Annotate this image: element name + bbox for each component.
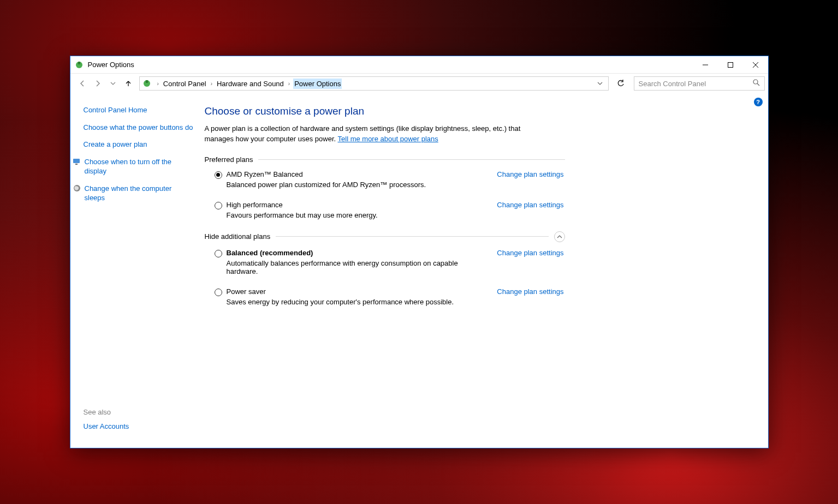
plan-name[interactable]: AMD Ryzen™ Balanced (227, 170, 486, 178)
window-controls (693, 56, 768, 74)
plan-radio[interactable] (215, 289, 222, 296)
chevron-right-icon: › (285, 81, 293, 87)
sidebar-link[interactable]: Create a power plan (84, 140, 194, 149)
sidebar-link[interactable]: Choose when to turn off the display (84, 157, 194, 176)
breadcrumb-item[interactable]: Control Panel (162, 79, 207, 89)
back-button[interactable] (76, 77, 89, 90)
change-plan-settings-link[interactable]: Change plan settings (497, 249, 563, 257)
change-plan-settings-link[interactable]: Change plan settings (497, 170, 563, 178)
chevron-right-icon: › (154, 81, 162, 87)
plan-description: Balanced power plan customized for AMD R… (227, 181, 486, 189)
plan-radio[interactable] (215, 171, 222, 179)
plan-description: Saves energy by reducing your computer's… (227, 298, 486, 306)
see-also-heading: See also (84, 408, 194, 416)
sidebar-home-link[interactable]: Control Panel Home (84, 105, 194, 115)
plan-name[interactable]: Balanced (recommended) (227, 249, 486, 257)
sidebar: Control Panel Home Choose what the power… (70, 93, 201, 448)
breadcrumb-item[interactable]: Power Options (293, 79, 342, 89)
plan-description: Favours performance but may use more ene… (227, 211, 486, 219)
svg-point-8 (753, 80, 758, 84)
display-icon (73, 157, 81, 166)
body: ? Control Panel Home Choose what the pow… (70, 93, 768, 448)
minimize-button[interactable] (693, 56, 718, 74)
chevron-up-icon[interactable] (554, 231, 565, 242)
power-plan-row: Power saverSaves energy by reducing your… (215, 287, 564, 306)
plan-description: Automatically balances performance with … (227, 259, 486, 275)
search-box[interactable] (634, 76, 765, 91)
intro-link[interactable]: Tell me more about power plans (338, 135, 438, 143)
svg-rect-3 (728, 62, 733, 67)
svg-rect-1 (78, 62, 80, 64)
change-plan-settings-link[interactable]: Change plan settings (497, 287, 563, 296)
recent-dropdown[interactable] (106, 77, 120, 90)
sleep-icon (73, 184, 81, 193)
battery-icon (142, 79, 152, 88)
preferred-plans-heading: Preferred plans (205, 155, 565, 164)
power-plan-row: Balanced (recommended)Automatically bala… (215, 249, 564, 275)
power-options-icon (75, 61, 84, 69)
titlebar: Power Options (70, 56, 768, 74)
svg-rect-7 (146, 80, 148, 83)
plan-radio[interactable] (215, 202, 222, 209)
power-plan-row: High performanceFavours performance but … (215, 201, 564, 219)
divider (258, 159, 564, 160)
refresh-button[interactable] (613, 77, 628, 90)
plan-name[interactable]: Power saver (227, 287, 486, 296)
main-content: Choose or customise a power plan A power… (201, 93, 768, 448)
sidebar-link-label: Change when the computer sleeps (85, 184, 194, 203)
svg-rect-11 (75, 164, 78, 165)
chevron-right-icon: › (207, 81, 216, 87)
sidebar-see-also-link[interactable]: User Accounts (84, 422, 194, 431)
plan-radio[interactable] (215, 250, 222, 257)
address-bar[interactable]: › Control Panel › Hardware and Sound › P… (139, 76, 609, 91)
up-button[interactable] (122, 77, 135, 90)
section-label: Preferred plans (205, 155, 253, 164)
intro-text: A power plan is a collection of hardware… (205, 124, 538, 145)
forward-button[interactable] (91, 77, 104, 90)
page-heading: Choose or customise a power plan (205, 105, 746, 117)
sidebar-link-label: Choose when to turn off the display (85, 157, 194, 176)
close-button[interactable] (743, 56, 768, 74)
svg-rect-10 (73, 159, 80, 163)
hide-additional-heading[interactable]: Hide additional plans (205, 231, 565, 242)
maximize-button[interactable] (718, 56, 743, 74)
divider (276, 236, 548, 237)
svg-line-9 (757, 83, 759, 86)
control-panel-window: Power Options (70, 56, 769, 448)
address-dropdown[interactable] (594, 80, 606, 88)
sidebar-link[interactable]: Choose what the power buttons do (84, 123, 194, 133)
power-plan-row: AMD Ryzen™ BalancedBalanced power plan c… (215, 170, 564, 189)
plan-name[interactable]: High performance (227, 201, 486, 209)
search-icon (753, 79, 760, 88)
change-plan-settings-link[interactable]: Change plan settings (497, 201, 563, 209)
toolbar: › Control Panel › Hardware and Sound › P… (70, 74, 768, 93)
window-title: Power Options (88, 61, 134, 69)
sidebar-link[interactable]: Change when the computer sleeps (84, 184, 194, 203)
section-label: Hide additional plans (205, 232, 271, 241)
breadcrumb-item[interactable]: Hardware and Sound (216, 79, 285, 89)
search-input[interactable] (639, 80, 750, 88)
